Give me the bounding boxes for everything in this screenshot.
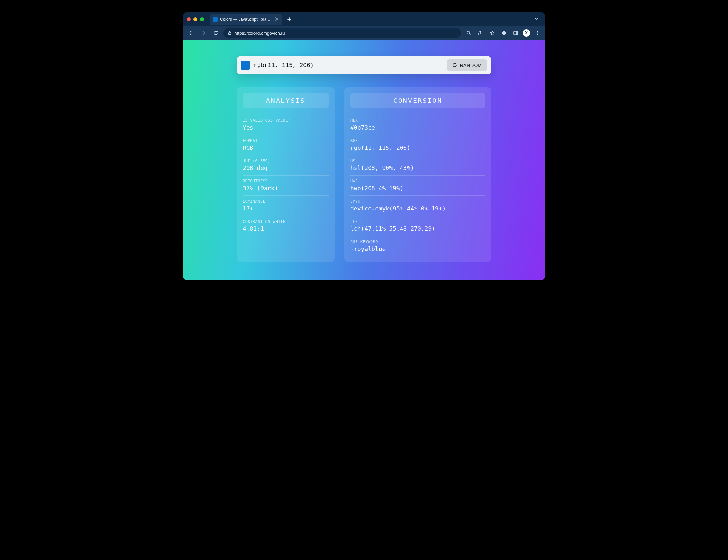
- row-value[interactable]: device-cmyk(95% 44% 0% 19%): [350, 205, 485, 212]
- page-scroll[interactable]: RANDOM ANALYSIS IS VALID CSS VALUE?YesFO…: [183, 40, 545, 280]
- tab-close-icon[interactable]: [275, 17, 279, 22]
- data-row: CMYKdevice-cmyk(95% 44% 0% 19%): [350, 196, 485, 216]
- row-label: HSL: [350, 159, 485, 163]
- extensions-icon[interactable]: [499, 28, 508, 38]
- analysis-rows: IS VALID CSS VALUE?YesFORMATRGBHUE (0–35…: [243, 115, 329, 236]
- svg-point-6: [537, 33, 538, 34]
- share-icon[interactable]: [476, 28, 485, 38]
- row-label: CONTRAST ON WHITE: [243, 219, 329, 224]
- nav-reload-button[interactable]: [211, 28, 220, 38]
- row-value[interactable]: 208 deg: [243, 164, 329, 171]
- color-input-card: RANDOM: [237, 56, 491, 74]
- avatar-letter: X: [525, 31, 528, 35]
- refresh-icon: [452, 62, 457, 69]
- row-label: BRIGHTNESS: [243, 179, 329, 183]
- sidepanel-icon[interactable]: [511, 28, 520, 38]
- row-value[interactable]: #0b73ce: [350, 124, 485, 131]
- row-label: CMYK: [350, 199, 485, 204]
- data-row: BRIGHTNESS37% (Dark): [243, 176, 329, 196]
- toolbar-right: X: [464, 28, 542, 38]
- color-swatch[interactable]: [241, 61, 250, 70]
- nav-forward-button[interactable]: [199, 28, 208, 38]
- row-value[interactable]: 17%: [243, 205, 329, 212]
- svg-rect-0: [229, 33, 231, 35]
- data-row: FORMATRGB: [243, 135, 329, 155]
- overflow-menu-icon[interactable]: [533, 28, 542, 38]
- row-value[interactable]: 4.81:1: [243, 225, 329, 232]
- window-fullscreen-button[interactable]: [200, 17, 204, 21]
- data-row: IS VALID CSS VALUE?Yes: [243, 115, 329, 135]
- lock-icon: [227, 31, 232, 35]
- tab-favicon: [213, 17, 218, 22]
- omnibox-url: https://colord.omgovich.ru: [235, 31, 285, 36]
- row-label: HWB: [350, 179, 485, 183]
- row-value[interactable]: lch(47.11% 55.48 270.29): [350, 225, 485, 232]
- row-value[interactable]: rgb(11, 115, 206): [350, 144, 485, 151]
- nav-back-button[interactable]: [186, 28, 195, 38]
- conversion-rows: HEX#0b73ceRGBrgb(11, 115, 206)HSLhsl(208…: [350, 115, 485, 256]
- row-label: FORMAT: [243, 138, 329, 143]
- address-bar: https://colord.omgovich.ru X: [183, 26, 545, 40]
- tabs-dropdown-button[interactable]: [531, 15, 541, 23]
- zoom-icon[interactable]: [464, 28, 473, 38]
- data-row: RGBrgb(11, 115, 206): [350, 135, 485, 155]
- window-minimize-button[interactable]: [194, 17, 197, 21]
- window-controls: [187, 17, 204, 21]
- row-value[interactable]: 37% (Dark): [243, 185, 329, 192]
- data-row: HSLhsl(208, 90%, 43%): [350, 155, 485, 176]
- conversion-heading: CONVERSION: [350, 93, 485, 108]
- data-row: HEX#0b73ce: [350, 115, 485, 135]
- data-row: CONTRAST ON WHITE4.81:1: [243, 216, 329, 236]
- tab-bar: Colord — JavaScript library for: [183, 12, 545, 26]
- row-label: HEX: [350, 118, 485, 123]
- viewport: RANDOM ANALYSIS IS VALID CSS VALUE?YesFO…: [183, 40, 545, 280]
- omnibox[interactable]: https://colord.omgovich.ru: [224, 28, 461, 38]
- data-row: LUMINANCE17%: [243, 196, 329, 216]
- random-button[interactable]: RANDOM: [447, 59, 487, 71]
- conversion-panel: CONVERSION HEX#0b73ceRGBrgb(11, 115, 206…: [345, 87, 491, 262]
- row-value[interactable]: ~royalblue: [350, 245, 485, 252]
- svg-point-5: [537, 31, 538, 32]
- row-label: RGB: [350, 138, 485, 143]
- analysis-heading: ANALYSIS: [243, 93, 329, 108]
- browser-tab[interactable]: Colord — JavaScript library for: [210, 14, 282, 25]
- color-input[interactable]: [254, 62, 443, 69]
- row-label: IS VALID CSS VALUE?: [243, 118, 329, 123]
- data-row: CSS KEYWORD~royalblue: [350, 236, 485, 256]
- row-value[interactable]: hsl(208, 90%, 43%): [350, 164, 485, 171]
- profile-avatar[interactable]: X: [523, 29, 530, 37]
- row-label: HUE (0–359): [243, 159, 329, 163]
- data-row: HWBhwb(208 4% 19%): [350, 176, 485, 196]
- data-row: HUE (0–359)208 deg: [243, 155, 329, 176]
- data-row: LCHlch(47.11% 55.48 270.29): [350, 216, 485, 236]
- row-label: CSS KEYWORD: [350, 240, 485, 244]
- window-close-button[interactable]: [187, 17, 191, 21]
- analysis-panel: ANALYSIS IS VALID CSS VALUE?YesFORMATRGB…: [237, 87, 335, 262]
- row-value[interactable]: hwb(208 4% 19%): [350, 185, 485, 192]
- row-label: LCH: [350, 219, 485, 224]
- row-label: LUMINANCE: [243, 199, 329, 204]
- svg-rect-4: [516, 31, 518, 35]
- svg-point-7: [537, 34, 538, 35]
- tab-title: Colord — JavaScript library for: [220, 17, 271, 22]
- browser-window: Colord — JavaScript library for https: [183, 12, 545, 280]
- new-tab-button[interactable]: [285, 15, 294, 23]
- random-button-label: RANDOM: [460, 63, 482, 68]
- row-value[interactable]: Yes: [243, 124, 329, 131]
- row-value[interactable]: RGB: [243, 144, 329, 151]
- bookmark-star-icon[interactable]: [488, 28, 497, 38]
